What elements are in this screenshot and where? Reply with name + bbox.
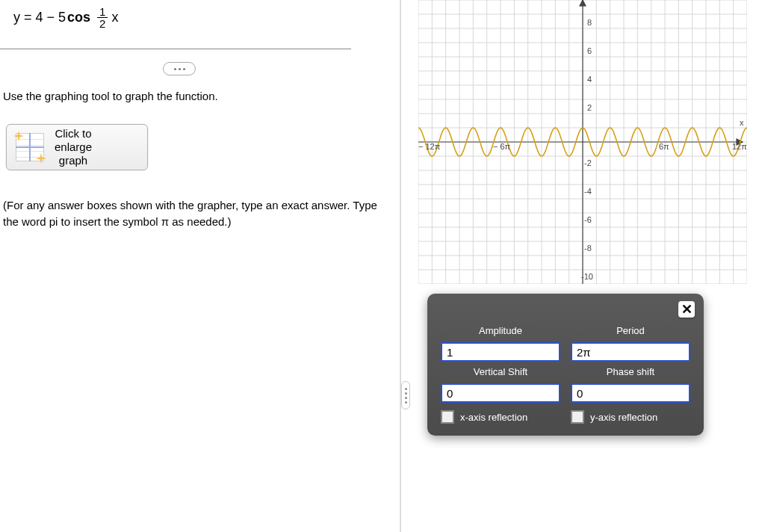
phshift-input[interactable] [571, 383, 690, 403]
close-icon[interactable]: ✕ [678, 301, 695, 318]
eq-fraction: 1 2 [97, 6, 108, 29]
y-reflection-label: y-axis reflection [590, 412, 657, 423]
x-reflection-label: x-axis reflection [460, 412, 527, 423]
period-label: Period [571, 325, 690, 338]
tick-y2: 2 [587, 103, 592, 112]
tick-yn6: -6 [584, 215, 592, 224]
tick-6pi: 6π [659, 142, 669, 151]
instruction-text: Use the graphing tool to graph the funct… [0, 84, 396, 109]
tick-y4: 4 [587, 75, 592, 84]
answer-hint: (For any answer boxes shown with the gra… [0, 193, 396, 235]
eq-prefix: y = 4 − 5 [13, 10, 66, 25]
tick-y6: 6 [587, 46, 592, 55]
eq-func: cos [67, 10, 90, 25]
divider [0, 49, 351, 49]
graph-svg [418, 0, 747, 284]
tick-yn2: -2 [584, 158, 592, 167]
tick-yn10: -10 [581, 272, 593, 281]
tick-y8: 8 [587, 18, 592, 27]
axis-x-label: x [740, 118, 744, 127]
vshift-label: Vertical Shift [441, 366, 560, 379]
graph-properties-panel: ✕ Amplitude Period Vertical Shift Phase … [427, 294, 704, 436]
tick-neg12pi: − 12π [418, 142, 440, 151]
frac-denominator: 2 [97, 18, 108, 29]
equation: y = 4 − 5 cos 1 2 x [0, 0, 396, 34]
pane-resize-handle[interactable] [401, 381, 410, 409]
graph-area[interactable]: x − 12π − 6π 6π 12π 8 6 4 2 -2 -4 -6 -8 … [418, 0, 747, 284]
x-reflection-checkbox[interactable] [441, 410, 454, 424]
frac-numerator: 1 [97, 6, 108, 18]
graph-thumbnail-icon [16, 133, 44, 161]
period-input[interactable] [571, 342, 690, 362]
amplitude-label: Amplitude [441, 325, 560, 338]
phshift-label: Phase shift [571, 366, 690, 379]
tick-yn4: -4 [584, 187, 592, 196]
more-options-button[interactable] [163, 62, 196, 75]
vshift-input[interactable] [441, 383, 560, 403]
enlarge-graph-button[interactable]: Click to enlarge graph [6, 124, 148, 170]
y-reflection-checkbox[interactable] [571, 410, 584, 424]
amplitude-input[interactable] [441, 342, 560, 362]
svg-marker-49 [580, 0, 586, 6]
eq-suffix: x [111, 10, 118, 25]
tick-neg6pi: − 6π [493, 142, 510, 151]
tick-12pi: 12π [732, 142, 747, 151]
enlarge-button-label: Click to enlarge graph [55, 127, 92, 167]
tick-yn8: -8 [584, 244, 592, 253]
